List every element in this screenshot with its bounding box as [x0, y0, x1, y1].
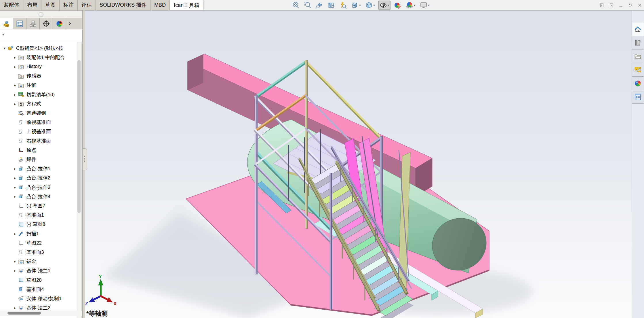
- panel-tabs-overflow-button[interactable]: [66, 18, 73, 29]
- dropdown-caret-icon[interactable]: ▾: [359, 3, 361, 7]
- tree-item[interactable]: ▸凸台-拉伸1: [12, 164, 50, 173]
- pane-collapse-left-button[interactable]: [599, 3, 604, 8]
- tree-expand-arrow[interactable]: ▸: [12, 232, 18, 236]
- tree-expand-arrow[interactable]: ▸: [12, 55, 18, 60]
- tree-item[interactable]: 基准面1: [12, 211, 44, 220]
- view-settings-button[interactable]: ▾: [419, 1, 430, 10]
- tree-item[interactable]: ▾C型钢管<1> (默认<按: [2, 43, 63, 53]
- view-orientation-button[interactable]: ▾: [350, 1, 362, 10]
- hide-show-items-button[interactable]: ▾: [378, 1, 390, 10]
- zoom-to-fit-button[interactable]: [291, 1, 300, 10]
- tree-item[interactable]: (-) 草图8: [12, 220, 45, 229]
- tree-expand-arrow[interactable]: ▸: [12, 185, 18, 190]
- tree-item[interactable]: ▸基体-法兰1: [12, 266, 50, 275]
- tree-item[interactable]: ▸切割清单(10): [12, 90, 55, 99]
- scrollbar-thumb[interactable]: [77, 60, 81, 213]
- menu-tab-2[interactable]: 布局: [23, 0, 41, 10]
- tree-item[interactable]: 草图28: [12, 275, 42, 285]
- custom-properties-tile[interactable]: [632, 90, 644, 104]
- design-library-tile[interactable]: [632, 36, 644, 50]
- tree-expand-arrow[interactable]: ▸: [12, 268, 18, 273]
- propertymanager-tab[interactable]: [13, 18, 26, 29]
- history-folder-icon: [18, 63, 25, 70]
- tree-vertical-scrollbar[interactable]: [77, 42, 82, 318]
- dynamic-annotation-button[interactable]: [338, 1, 348, 10]
- panel-collapse-handle[interactable]: [83, 148, 87, 170]
- tree-item[interactable]: 前视基准面: [12, 118, 51, 127]
- dropdown-caret-icon[interactable]: ▾: [428, 3, 430, 7]
- minimize-button[interactable]: [618, 3, 623, 8]
- zoom-to-area-button[interactable]: [303, 1, 312, 10]
- edit-appearance-button[interactable]: [393, 1, 402, 10]
- tree-item[interactable]: 实体-移动/复制1: [12, 294, 62, 303]
- tree-horizontal-scrollbar[interactable]: [0, 311, 82, 316]
- scrollbar-thumb[interactable]: [7, 312, 41, 315]
- dynamic-annotation-icon: [339, 1, 347, 9]
- tree-item[interactable]: ▸凸台-拉伸2: [12, 173, 50, 183]
- panel-splitter-grip[interactable]: [39, 12, 43, 17]
- graphics-viewport[interactable]: Y X Z *等轴测: [85, 10, 632, 318]
- tree-item[interactable]: 原点: [12, 145, 36, 155]
- tree-item[interactable]: 基准面3: [12, 247, 44, 257]
- dropdown-caret-icon[interactable]: ▾: [414, 3, 416, 7]
- tree-expand-arrow[interactable]: ▸: [12, 176, 18, 180]
- tree-expand-arrow[interactable]: ▸: [12, 194, 18, 199]
- tree-item[interactable]: ▸装配体1 中的配合: [12, 53, 65, 62]
- apply-scene-button[interactable]: ▾: [405, 1, 416, 10]
- home-tile[interactable]: [632, 22, 644, 36]
- tree-item[interactable]: 右视基准面: [12, 136, 51, 145]
- tree-item[interactable]: 草图22: [12, 238, 42, 247]
- tree-item[interactable]: ▸扫描1: [12, 229, 39, 238]
- close-button[interactable]: [637, 3, 642, 8]
- view-palette-icon: [634, 66, 642, 74]
- section-view-button[interactable]: [327, 1, 336, 10]
- tree-expand-arrow[interactable]: ▸: [12, 92, 18, 97]
- display-style-button[interactable]: ▾: [364, 1, 376, 10]
- tree-item[interactable]: ▸凸台-拉伸4: [12, 192, 50, 201]
- menu-tab-1[interactable]: 装配体: [0, 0, 23, 10]
- tree-item[interactable]: ▸注解: [12, 81, 36, 90]
- tree-expand-arrow[interactable]: ▸: [12, 102, 18, 106]
- menu-tab-8[interactable]: Ican工具箱: [170, 0, 203, 10]
- menu-tab-3[interactable]: 草图: [41, 0, 60, 10]
- boss-extrude-icon: [18, 184, 25, 190]
- tree-expand-arrow[interactable]: ▸: [12, 306, 18, 310]
- tree-item[interactable]: 焊件: [12, 155, 36, 164]
- view-palette-tile[interactable]: [632, 63, 644, 77]
- feature-manager-panel: ▾ ▾C型钢管<1> (默认<按▸装配体1 中的配合▸History传感器▸注解…: [0, 10, 83, 318]
- tree-item[interactable]: ▸History: [12, 62, 42, 71]
- displaymanager-tab[interactable]: [53, 18, 66, 29]
- tree-item[interactable]: ▸凸台-拉伸3: [12, 183, 50, 192]
- tree-item[interactable]: 基准面4: [12, 285, 44, 294]
- appearances-tile[interactable]: [632, 77, 644, 90]
- tree-expand-arrow[interactable]: ▾: [2, 46, 7, 50]
- previous-view-button[interactable]: [315, 1, 324, 10]
- restore-button[interactable]: [628, 3, 633, 8]
- tree-expand-arrow[interactable]: ▸: [12, 83, 18, 87]
- menu-tab-6[interactable]: SOLIDWORKS 插件: [96, 0, 150, 10]
- dimxpert-tab[interactable]: [40, 18, 53, 29]
- tree-item-label: 凸台-拉伸1: [26, 165, 50, 172]
- menu-tab-7[interactable]: MBD: [150, 0, 170, 10]
- tree-item[interactable]: 传感器: [12, 71, 41, 81]
- cutlist-icon: [18, 91, 25, 98]
- configurationmanager-tab[interactable]: [26, 18, 40, 29]
- dropdown-caret-icon[interactable]: ▾: [373, 3, 375, 7]
- menu-tab-4[interactable]: 标注: [60, 0, 78, 10]
- boss-extrude-icon: [18, 166, 25, 172]
- tree-expand-arrow[interactable]: ▸: [12, 65, 18, 69]
- pane-collapse-right-button[interactable]: [609, 3, 614, 8]
- featuremanager-tab[interactable]: [0, 18, 13, 29]
- dropdown-caret-icon[interactable]: ▾: [388, 3, 389, 7]
- menu-tab-5[interactable]: 评估: [78, 0, 96, 10]
- tree-item[interactable]: (-) 草图7: [12, 201, 45, 210]
- tree-item[interactable]: ▸方程式: [12, 99, 41, 108]
- tree-expand-arrow[interactable]: ▸: [12, 259, 18, 264]
- tree-expand-arrow[interactable]: ▸: [12, 166, 18, 171]
- view-orientation-label: *等轴测: [86, 310, 108, 317]
- tree-item[interactable]: ▸钣金: [12, 257, 36, 266]
- filter-caret-icon[interactable]: ▾: [2, 33, 4, 37]
- tree-item[interactable]: 普通碳钢: [12, 108, 46, 118]
- file-explorer-tile[interactable]: [632, 50, 644, 63]
- tree-item[interactable]: 上视基准面: [12, 127, 51, 136]
